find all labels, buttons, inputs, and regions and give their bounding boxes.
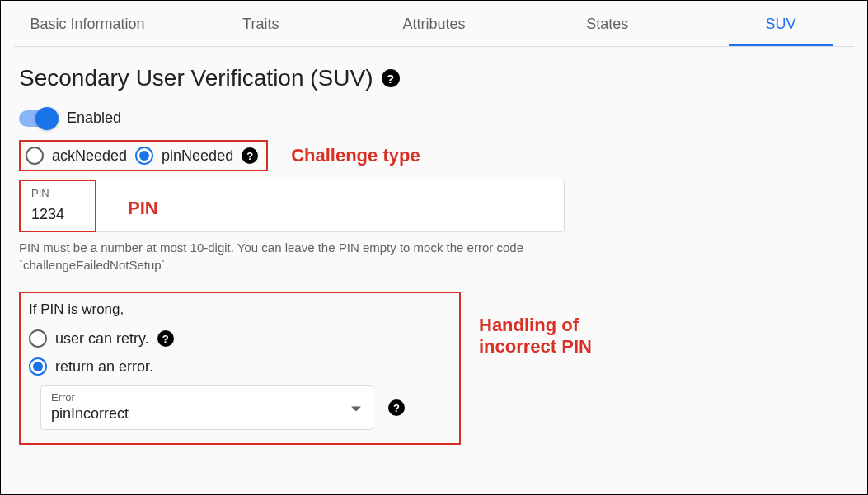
toggle-knob [35,107,59,130]
help-icon[interactable]: ? [157,330,174,347]
tab-suv[interactable]: SUV [694,2,867,46]
content-area: Secondary User Verification (SUV) ? Enab… [1,47,867,463]
tab-basic-information[interactable]: Basic Information [1,2,174,46]
annotation-challenge-type: Challenge type [291,145,420,166]
enabled-toggle-row: Enabled [19,110,849,127]
radio-pin-label: pinNeeded [162,147,233,165]
wrong-pin-group: If PIN is wrong, user can retry. ? retur… [19,292,461,445]
pin-hint-text: PIN must be a number at most 10-digit. Y… [19,239,563,273]
tab-traits[interactable]: Traits [174,2,347,46]
tab-bar: Basic Information Traits Attributes Stat… [1,1,867,47]
error-select-label: Error [51,391,363,404]
enabled-toggle[interactable] [19,110,57,127]
challenge-type-group: ackNeeded pinNeeded ? [19,140,268,171]
error-select[interactable]: Error pinIncorrect [40,385,373,430]
wrong-pin-prompt: If PIN is wrong, [29,301,448,318]
pin-field-label: PIN [31,187,552,199]
help-icon[interactable]: ? [242,147,258,164]
tab-attributes[interactable]: Attributes [347,2,520,46]
radio-retry-label: user can retry. [55,330,149,348]
help-icon[interactable]: ? [382,69,400,87]
annotation-pin: PIN [128,198,158,219]
page-title: Secondary User Verification (SUV) [19,65,373,91]
error-select-value: pinIncorrect [51,405,363,423]
annotation-handling: Handling of incorrect PIN [479,315,592,358]
enabled-label: Enabled [67,110,121,127]
app-frame: Basic Information Traits Attributes Stat… [0,0,868,495]
page-title-row: Secondary User Verification (SUV) ? [19,65,849,91]
radio-return-error[interactable] [29,357,47,376]
radio-user-can-retry[interactable] [29,329,47,348]
radio-pin-needed[interactable] [135,147,153,165]
pin-input[interactable] [31,206,552,223]
chevron-down-icon [351,407,361,412]
tab-states[interactable]: States [521,2,694,46]
radio-ack-label: ackNeeded [52,147,127,165]
pin-field-container: PIN [19,180,565,232]
radio-error-label: return an error. [55,358,153,376]
radio-ack-needed[interactable] [26,147,44,165]
help-icon[interactable]: ? [388,399,405,416]
